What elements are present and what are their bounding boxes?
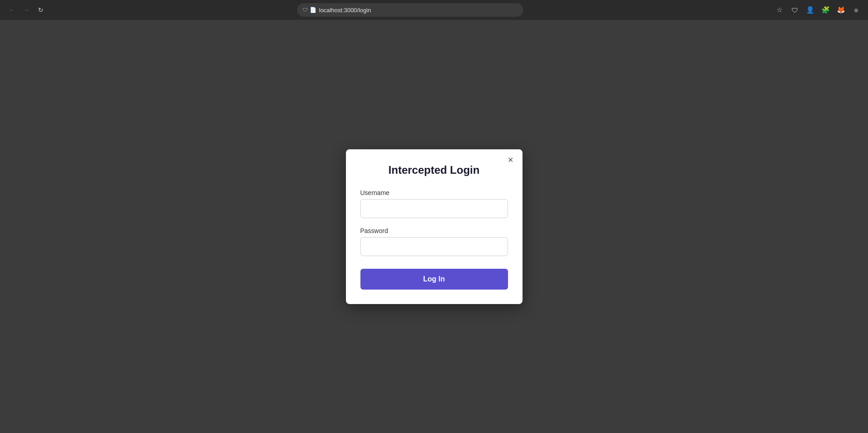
password-label: Password	[360, 227, 508, 234]
password-input[interactable]	[360, 237, 508, 256]
login-modal: ✕ Intercepted Login Username Password Lo…	[346, 149, 523, 304]
browser-toolbar: ← → ↻ 🛡 📄 localhost:3000/login ☆ 🛡 👤 🧩 🦊	[0, 0, 868, 20]
address-bar-container: 🛡 📄 localhost:3000/login	[51, 3, 769, 17]
address-bar-icons: 🛡 📄	[302, 7, 317, 13]
firefox-icon: 🦊	[837, 6, 845, 14]
login-button[interactable]: Log In	[360, 269, 508, 290]
url-text: localhost:3000/login	[319, 7, 371, 14]
menu-button[interactable]: ≡	[850, 4, 863, 16]
pocket-icon: 🛡	[791, 6, 798, 14]
address-bar[interactable]: 🛡 📄 localhost:3000/login	[297, 3, 523, 17]
username-group: Username	[360, 189, 508, 218]
modal-overlay: ✕ Intercepted Login Username Password Lo…	[0, 20, 868, 433]
toolbar-right: ☆ 🛡 👤 🧩 🦊 ≡	[773, 4, 863, 16]
extensions-icon: 🧩	[821, 6, 830, 14]
username-input[interactable]	[360, 199, 508, 218]
hamburger-icon: ≡	[854, 6, 858, 14]
pocket-button[interactable]: 🛡	[788, 4, 801, 16]
security-icon: 🛡	[302, 7, 308, 13]
forward-button[interactable]: →	[20, 4, 33, 16]
modal-title: Intercepted Login	[360, 164, 508, 176]
extensions-button[interactable]: 🧩	[819, 4, 832, 16]
modal-close-button[interactable]: ✕	[505, 155, 516, 166]
reload-button[interactable]: ↻	[34, 4, 47, 16]
page-icon: 📄	[310, 7, 317, 13]
username-label: Username	[360, 189, 508, 196]
account-icon: 👤	[806, 6, 815, 14]
password-group: Password	[360, 227, 508, 256]
page-content: ✕ Intercepted Login Username Password Lo…	[0, 20, 868, 433]
star-icon: ☆	[777, 6, 782, 14]
nav-buttons: ← → ↻	[5, 4, 47, 16]
bookmark-button[interactable]: ☆	[773, 4, 786, 16]
fox-icon-button[interactable]: 🦊	[834, 4, 847, 16]
back-button[interactable]: ←	[5, 4, 18, 16]
account-button[interactable]: 👤	[804, 4, 816, 16]
close-icon: ✕	[508, 156, 513, 164]
